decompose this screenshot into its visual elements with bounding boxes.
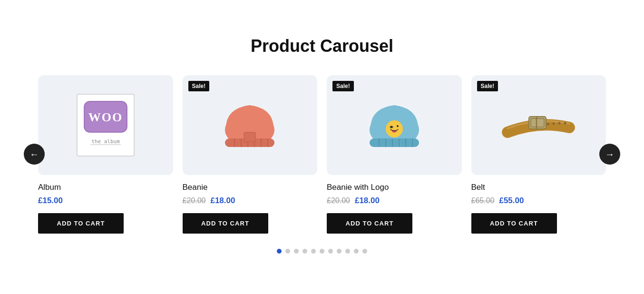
product-card-belt: Sale! xyxy=(471,75,606,234)
product-pricing-album: £15.00 xyxy=(38,196,173,206)
product-name-album: Album xyxy=(38,183,173,192)
product-name-beanie: Beanie xyxy=(183,183,318,192)
svg-text:the album: the album xyxy=(91,138,120,145)
product-image-belt: Sale! xyxy=(471,75,606,175)
carousel-track-container: ← WOO the album xyxy=(29,75,615,234)
dot-4[interactable] xyxy=(302,249,307,254)
product-image-album: WOO the album xyxy=(38,75,173,175)
sale-badge-beanie-logo: Sale! xyxy=(332,81,354,91)
svg-point-30 xyxy=(553,122,555,125)
price-current-beanie-logo: £18.00 xyxy=(355,196,380,206)
price-current-beanie: £18.00 xyxy=(210,196,235,206)
next-button[interactable]: → xyxy=(599,144,620,165)
svg-rect-13 xyxy=(244,132,255,142)
svg-rect-15 xyxy=(370,138,419,147)
svg-point-29 xyxy=(547,123,549,125)
price-original-beanie-logo: £20.00 xyxy=(327,196,350,205)
belt-illustration xyxy=(500,87,576,163)
product-pricing-belt: £65.00 £55.00 xyxy=(471,196,606,206)
album-illustration: WOO the album xyxy=(68,87,144,163)
product-card-beanie-logo: Sale! xyxy=(327,75,462,234)
dot-9[interactable] xyxy=(345,249,350,254)
dot-10[interactable] xyxy=(354,249,359,254)
carousel-wrapper: Product Carousel ← WOO the album xyxy=(0,17,644,277)
product-pricing-beanie: £20.00 £18.00 xyxy=(183,196,318,206)
add-to-cart-belt[interactable]: ADD TO CART xyxy=(471,213,557,234)
dot-3[interactable] xyxy=(294,249,299,254)
svg-point-32 xyxy=(564,122,566,124)
dot-1[interactable] xyxy=(277,249,282,254)
product-name-belt: Belt xyxy=(471,183,606,192)
dot-5[interactable] xyxy=(311,249,316,254)
products-grid: WOO the album Album £15.00 ADD TO CART S… xyxy=(29,75,615,234)
dot-7[interactable] xyxy=(328,249,333,254)
add-to-cart-album[interactable]: ADD TO CART xyxy=(38,213,124,234)
beanie-illustration xyxy=(212,87,288,163)
price-current-album: £15.00 xyxy=(38,196,63,206)
prev-button[interactable]: ← xyxy=(24,144,45,165)
product-pricing-beanie-logo: £20.00 £18.00 xyxy=(327,196,462,206)
dot-6[interactable] xyxy=(320,249,324,254)
product-card-album: WOO the album Album £15.00 ADD TO CART xyxy=(38,75,173,234)
price-original-belt: £65.00 xyxy=(471,196,495,205)
svg-point-22 xyxy=(386,120,403,137)
product-image-beanie: Sale! xyxy=(183,75,318,175)
sale-badge-beanie: Sale! xyxy=(188,81,210,91)
dot-11[interactable] xyxy=(362,249,367,254)
sale-badge-belt: Sale! xyxy=(477,81,498,91)
add-to-cart-beanie[interactable]: ADD TO CART xyxy=(183,213,268,234)
add-to-cart-beanie-logo[interactable]: ADD TO CART xyxy=(327,213,412,234)
dot-8[interactable] xyxy=(337,249,342,254)
price-current-belt: £55.00 xyxy=(499,196,524,206)
dot-2[interactable] xyxy=(285,249,290,254)
svg-point-31 xyxy=(558,122,561,124)
beanie-logo-illustration xyxy=(356,87,432,163)
product-name-beanie-logo: Beanie with Logo xyxy=(327,183,462,192)
svg-text:WOO: WOO xyxy=(88,110,123,124)
product-image-beanie-logo: Sale! xyxy=(327,75,462,175)
page-title: Product Carousel xyxy=(29,36,615,56)
carousel-dots xyxy=(29,249,615,254)
price-original-beanie: £20.00 xyxy=(183,196,206,205)
product-card-beanie: Sale! xyxy=(183,75,318,234)
